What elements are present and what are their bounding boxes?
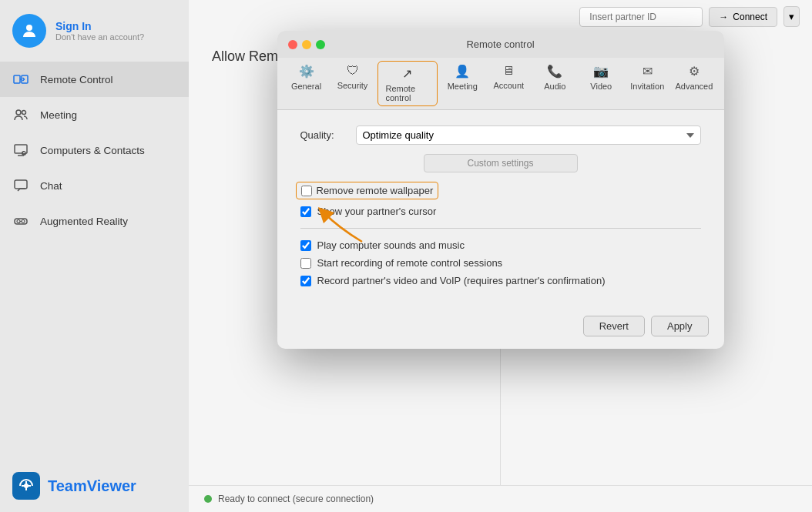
quality-row: Quality: Optimize quality Optimize speed… bbox=[300, 125, 701, 145]
custom-settings-button[interactable]: Custom settings bbox=[424, 154, 578, 172]
tab-label: Account bbox=[493, 81, 524, 90]
traffic-lights bbox=[288, 40, 325, 49]
sidebar-bottom: TeamViewer bbox=[0, 460, 189, 512]
computers-contacts-icon bbox=[12, 142, 29, 159]
remote-control-tab-icon: ↗ bbox=[402, 66, 412, 81]
sidebar-item-label: Computers & Contacts bbox=[40, 145, 145, 156]
remove-wallpaper-label: Remove remote wallpaper bbox=[317, 185, 434, 196]
user-name: Sign In bbox=[55, 20, 144, 32]
sidebar-item-label: Augmented Reality bbox=[40, 216, 128, 227]
checkbox-record-video-row: Record partner's video and VoIP (require… bbox=[300, 275, 701, 286]
quality-label: Quality: bbox=[300, 129, 347, 141]
start-recording-label: Start recording of remote control sessio… bbox=[317, 257, 503, 269]
tab-invitation[interactable]: ✉ Invitation bbox=[624, 58, 670, 109]
checkbox-remove-wallpaper-row: Remove remote wallpaper bbox=[300, 182, 701, 199]
tab-meeting[interactable]: 👤 Meeting bbox=[439, 58, 485, 109]
minimize-button[interactable] bbox=[302, 40, 311, 49]
record-video-label: Record partner's video and VoIP (require… bbox=[317, 275, 606, 286]
video-icon: 📷 bbox=[593, 64, 609, 79]
dialog-body: Quality: Optimize quality Optimize speed… bbox=[277, 110, 724, 308]
remote-control-icon bbox=[12, 71, 29, 88]
tab-advanced[interactable]: ⚙ Advanced bbox=[670, 58, 717, 109]
user-info: Sign In Don't have an account? bbox=[55, 20, 144, 42]
sidebar-item-label: Chat bbox=[40, 180, 62, 192]
quality-select[interactable]: Optimize quality Optimize speed Custom s… bbox=[356, 125, 701, 145]
advanced-icon: ⚙ bbox=[689, 64, 700, 79]
tab-label: Security bbox=[337, 81, 368, 90]
sidebar-item-meeting[interactable]: Meeting bbox=[0, 97, 189, 132]
sidebar-item-label: Remote Control bbox=[40, 74, 113, 85]
svg-point-10 bbox=[22, 220, 25, 223]
preferences-dialog: Remote control ⚙️ General 🛡 Security ↗ R… bbox=[277, 31, 724, 349]
svg-point-4 bbox=[22, 111, 26, 115]
show-cursor-checkbox[interactable] bbox=[300, 206, 311, 217]
chat-icon bbox=[12, 177, 29, 194]
svg-rect-7 bbox=[15, 180, 27, 189]
teamviewer-logo-icon bbox=[12, 472, 40, 500]
tab-account[interactable]: 🖥 Account bbox=[485, 58, 532, 109]
play-sounds-label: Play computer sounds and music bbox=[317, 239, 465, 251]
invitation-icon: ✉ bbox=[643, 64, 653, 79]
start-recording-checkbox[interactable] bbox=[300, 258, 311, 269]
modal-overlay: Remote control ⚙️ General 🛡 Security ↗ R… bbox=[189, 0, 812, 512]
sidebar: Sign In Don't have an account? Remote Co… bbox=[0, 0, 189, 512]
dialog-title: Remote control bbox=[466, 38, 534, 50]
meeting-icon bbox=[12, 106, 29, 123]
tab-label: Invitation bbox=[630, 82, 664, 91]
checkbox-show-cursor-row: Show your partner's cursor bbox=[300, 206, 701, 217]
svg-point-0 bbox=[26, 25, 32, 31]
svg-point-9 bbox=[17, 220, 20, 223]
tab-label: Video bbox=[590, 82, 612, 91]
tab-audio[interactable]: 📞 Audio bbox=[532, 58, 578, 109]
security-icon: 🛡 bbox=[347, 64, 359, 78]
augmented-reality-icon bbox=[12, 212, 29, 229]
checkbox-start-recording-row: Start recording of remote control sessio… bbox=[300, 257, 701, 269]
section-divider bbox=[300, 228, 701, 229]
tab-label: General bbox=[291, 82, 321, 91]
sidebar-item-computers-contacts[interactable]: Computers & Contacts bbox=[0, 132, 189, 168]
meeting-tab-icon: 👤 bbox=[455, 64, 470, 79]
sidebar-item-label: Meeting bbox=[40, 109, 77, 121]
checkbox-play-sounds-row: Play computer sounds and music bbox=[300, 239, 701, 251]
svg-point-3 bbox=[16, 110, 21, 115]
tab-label: Meeting bbox=[448, 82, 478, 91]
main-content: → Connect ▾ Allow Remote Control Control… bbox=[189, 0, 812, 512]
play-sounds-checkbox[interactable] bbox=[300, 240, 311, 251]
user-profile[interactable]: Sign In Don't have an account? bbox=[0, 0, 189, 62]
remove-wallpaper-highlight: Remove remote wallpaper bbox=[296, 182, 439, 199]
dialog-footer: Revert Apply bbox=[277, 308, 724, 349]
maximize-button[interactable] bbox=[316, 40, 325, 49]
revert-button[interactable]: Revert bbox=[583, 316, 645, 336]
svg-point-12 bbox=[24, 484, 29, 488]
close-button[interactable] bbox=[288, 40, 297, 49]
remove-wallpaper-container: Remove remote wallpaper bbox=[300, 182, 701, 199]
sidebar-item-augmented-reality[interactable]: Augmented Reality bbox=[0, 203, 189, 239]
show-cursor-label: Show your partner's cursor bbox=[317, 206, 437, 217]
audio-icon: 📞 bbox=[547, 64, 562, 79]
tab-label: Advanced bbox=[675, 82, 713, 91]
teamviewer-brand-text: TeamViewer bbox=[48, 477, 136, 495]
user-sub: Don't have an account? bbox=[55, 32, 144, 42]
svg-rect-1 bbox=[14, 75, 20, 83]
apply-button[interactable]: Apply bbox=[651, 316, 709, 336]
tab-remote-control[interactable]: ↗ Remote control bbox=[377, 61, 438, 106]
sidebar-item-remote-control[interactable]: Remote Control bbox=[0, 62, 189, 97]
avatar bbox=[12, 14, 46, 48]
tab-label: Remote control bbox=[386, 84, 430, 102]
tab-video[interactable]: 📷 Video bbox=[578, 58, 624, 109]
dialog-tabs: ⚙️ General 🛡 Security ↗ Remote control 👤… bbox=[277, 58, 724, 110]
tab-label: Audio bbox=[544, 82, 565, 91]
record-video-checkbox[interactable] bbox=[300, 276, 311, 286]
general-icon: ⚙️ bbox=[299, 64, 314, 79]
tab-security[interactable]: 🛡 Security bbox=[330, 58, 376, 109]
sidebar-item-chat[interactable]: Chat bbox=[0, 168, 189, 203]
dialog-titlebar: Remote control bbox=[277, 31, 724, 58]
account-icon: 🖥 bbox=[502, 64, 515, 78]
tab-general[interactable]: ⚙️ General bbox=[284, 58, 330, 109]
remove-wallpaper-checkbox[interactable] bbox=[301, 186, 312, 196]
